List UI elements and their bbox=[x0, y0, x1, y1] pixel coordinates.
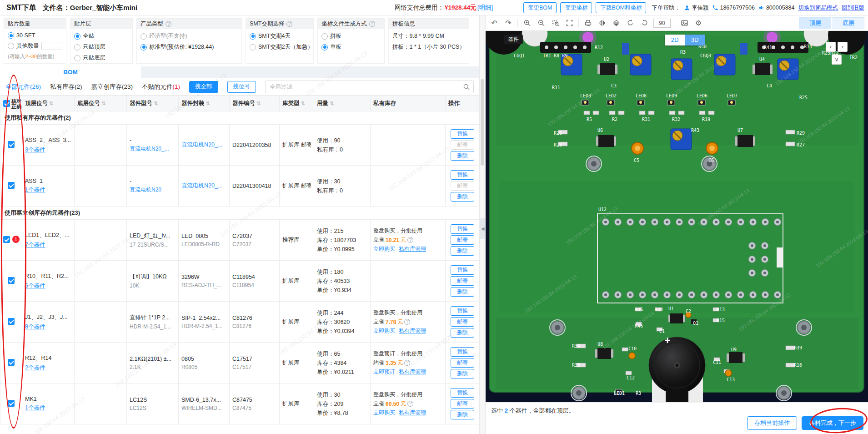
zoom-out-icon[interactable] bbox=[536, 18, 546, 28]
search-all-button[interactable]: 搜全部 bbox=[189, 81, 218, 93]
change-coord-button[interactable]: 变更坐标 bbox=[560, 2, 592, 13]
delete-button[interactable]: 删除 bbox=[451, 151, 474, 161]
buzzer[interactable] bbox=[649, 337, 705, 394]
zoom-in-icon[interactable] bbox=[522, 18, 532, 28]
flip-vertical-icon[interactable] bbox=[611, 18, 621, 28]
sort-icon[interactable] bbox=[256, 101, 261, 106]
blue-capacitor[interactable] bbox=[740, 43, 748, 55]
purple-led[interactable] bbox=[582, 32, 593, 43]
pcb-canvas[interactable]: 器件 2D 3D ‹ › ∨ bbox=[486, 31, 868, 402]
mail-button[interactable]: 邮寄 bbox=[451, 317, 474, 327]
other-qty-input[interactable] bbox=[41, 42, 62, 50]
bottom-layer-button[interactable]: 底层 bbox=[833, 17, 864, 29]
row-checkbox[interactable] bbox=[8, 400, 15, 407]
buy-now-link[interactable]: 立即购买 bbox=[373, 246, 395, 252]
pan-right-icon[interactable]: › bbox=[838, 42, 848, 52]
snapshot-icon[interactable] bbox=[679, 18, 689, 28]
delete-button[interactable]: 删除 bbox=[451, 328, 474, 338]
row-checkbox[interactable] bbox=[3, 236, 10, 243]
row-checkbox[interactable] bbox=[8, 141, 15, 148]
ic-u9[interactable] bbox=[727, 352, 745, 363]
change-bom-button[interactable]: 变更BOM bbox=[523, 2, 557, 13]
radio-coord-panel[interactable]: 拼板 bbox=[321, 32, 381, 40]
top-layer-button[interactable]: 顶层 bbox=[799, 17, 831, 29]
rotate-cw-icon[interactable] bbox=[639, 18, 649, 28]
fee-detail-link[interactable]: [明细] bbox=[477, 4, 493, 12]
part-count-link[interactable]: 8个器件 bbox=[25, 323, 45, 330]
global-filter-input[interactable] bbox=[265, 81, 474, 93]
helper-phone[interactable]: 18676797506 bbox=[712, 5, 754, 11]
ic-u2[interactable] bbox=[597, 63, 617, 75]
toggle-3d[interactable]: 3D bbox=[685, 35, 705, 45]
filter-private-stock[interactable]: 私有库存(2) bbox=[50, 83, 82, 91]
delete-button[interactable]: 删除 bbox=[451, 192, 474, 202]
download-bom-button[interactable]: 下载BOM和坐标 bbox=[596, 2, 646, 13]
help-icon[interactable] bbox=[286, 21, 292, 27]
column-usage[interactable]: 用量 bbox=[314, 96, 371, 111]
scrollbar-thumb[interactable] bbox=[481, 79, 484, 166]
back-old-version-link[interactable]: 回到旧版 bbox=[842, 4, 864, 12]
rotate-ccw-icon[interactable] bbox=[625, 18, 635, 28]
radio-qty-other[interactable]: 其他数量 bbox=[8, 42, 62, 50]
flip-horizontal-icon[interactable] bbox=[597, 18, 607, 28]
delete-button[interactable]: 删除 bbox=[451, 287, 474, 297]
row-checkbox[interactable] bbox=[8, 277, 15, 284]
replace-button[interactable]: 替换 bbox=[451, 347, 474, 357]
vertical-scrollbar[interactable]: ◀ bbox=[479, 15, 486, 434]
radio-icon[interactable] bbox=[250, 33, 256, 40]
archive-button[interactable]: 存档当前操作 bbox=[747, 416, 797, 430]
switch-sw1[interactable] bbox=[666, 389, 688, 402]
private-lib-manage-link[interactable]: 私有库管理 bbox=[399, 409, 426, 416]
helper-contact[interactable]: 李佳颖 bbox=[684, 4, 709, 12]
row-checkbox[interactable] bbox=[8, 318, 15, 325]
sort-icon[interactable] bbox=[154, 101, 158, 106]
trimmer-pot-r43[interactable] bbox=[671, 129, 692, 150]
radio-product-economy[interactable]: 经济型(不支持) bbox=[140, 32, 238, 40]
preorder-link[interactable]: 立即预订 bbox=[373, 368, 395, 375]
tab-bom[interactable]: BOM bbox=[0, 66, 141, 78]
radio-delivery-4d[interactable]: SMT交期4天 bbox=[250, 32, 310, 40]
service-hotline[interactable]: 800005884 bbox=[758, 5, 795, 11]
delete-button[interactable]: 删除 bbox=[451, 246, 474, 256]
part-count-link[interactable]: 2个器件 bbox=[25, 364, 45, 371]
radio-coord-single[interactable]: 单板 bbox=[321, 43, 381, 51]
buy-now-link[interactable]: 立即购买 bbox=[373, 409, 395, 416]
ic-u4[interactable] bbox=[753, 63, 773, 75]
blue-capacitor[interactable] bbox=[622, 43, 629, 55]
replace-button[interactable]: 替换 bbox=[451, 170, 474, 180]
mail-button[interactable]: 邮寄 bbox=[451, 235, 474, 245]
mail-button[interactable]: 邮寄 bbox=[451, 181, 474, 191]
trimmer-pot[interactable] bbox=[671, 59, 692, 80]
board-view-icon[interactable] bbox=[583, 18, 593, 28]
rotation-angle-input[interactable] bbox=[653, 19, 671, 28]
delete-button[interactable]: 删除 bbox=[451, 369, 474, 378]
zoom-window-icon[interactable] bbox=[550, 18, 560, 28]
filter-unplaced[interactable]: 不贴的元件(1) bbox=[142, 83, 180, 91]
purple-led[interactable] bbox=[767, 32, 778, 43]
filter-jlc-stock[interactable]: 嘉立创库存(23) bbox=[91, 83, 133, 91]
radio-product-standard[interactable]: 标准型(预估价: ¥1928.44) bbox=[140, 43, 238, 51]
column-top-refs[interactable]: 顶层位号 bbox=[22, 96, 75, 111]
delete-button[interactable]: 删除 bbox=[451, 410, 474, 419]
radio-icon[interactable] bbox=[140, 44, 147, 50]
model-line2[interactable]: 直流电机N20 bbox=[130, 186, 176, 194]
replace-button[interactable]: 替换 bbox=[451, 388, 474, 398]
help-icon[interactable] bbox=[166, 21, 171, 27]
help-icon[interactable] bbox=[369, 21, 375, 27]
mail-button[interactable]: 邮寄 bbox=[451, 399, 474, 409]
radio-icon[interactable] bbox=[321, 33, 328, 40]
replace-button[interactable]: 替换 bbox=[451, 306, 474, 316]
help-icon[interactable] bbox=[404, 360, 410, 366]
row-checkbox[interactable] bbox=[8, 359, 15, 366]
sort-icon[interactable] bbox=[301, 101, 305, 106]
part-count-link[interactable]: 1个器件 bbox=[25, 187, 45, 193]
toggle-2d[interactable]: 2D bbox=[665, 35, 685, 45]
radio-icon[interactable] bbox=[8, 32, 14, 39]
column-package[interactable]: 器件封装 bbox=[179, 96, 230, 111]
package-line1[interactable]: 直流电机N20_... bbox=[181, 182, 226, 190]
mail-button[interactable]: 邮寄 bbox=[451, 358, 474, 368]
trimmer-pot[interactable] bbox=[630, 54, 651, 75]
error-count-badge[interactable]: 1 bbox=[12, 236, 20, 243]
private-lib-manage-link[interactable]: 私有库管理 bbox=[399, 246, 426, 252]
pan-down-icon[interactable]: ∨ bbox=[832, 55, 842, 65]
